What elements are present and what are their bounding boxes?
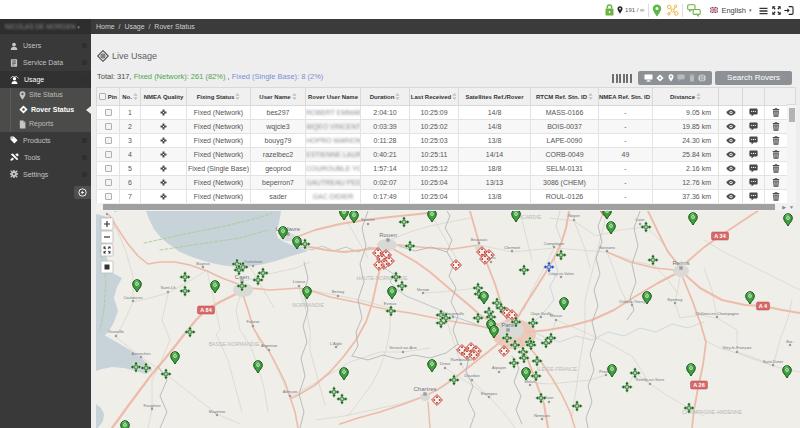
svg-text:Rouen: Rouen [379,232,397,238]
svg-text:Soissons: Soissons [599,245,615,250]
svg-text:Vitry-le-François: Vitry-le-François [722,345,751,350]
svg-text:Nemours: Nemours [534,413,550,418]
svg-text:Claye-Souilly: Claye-Souilly [531,312,552,316]
svg-text:Saint-Lô: Saint-Lô [161,285,177,290]
svg-text:Crépy-en-Valois: Crépy-en-Valois [548,272,574,276]
svg-text:A 84: A 84 [200,307,212,313]
svg-text:Coutances: Coutances [123,295,142,300]
svg-text:Epernay: Epernay [668,297,683,302]
svg-text:Lisieux: Lisieux [293,279,305,284]
svg-text:Avranches: Avranches [132,351,151,356]
svg-text:Château-Thierry: Château-Thierry [619,300,645,304]
svg-text:CHAMPAGNE-ARDENNE: CHAMPAGNE-ARDENNE [682,409,743,415]
svg-text:Mayenne: Mayenne [209,409,226,414]
svg-text:Falaise: Falaise [247,319,261,324]
svg-text:Caen: Caen [235,274,249,280]
svg-text:NORMANDIE: NORMANDIE [292,302,324,308]
svg-text:Ouistreham: Ouistreham [244,260,263,264]
svg-text:Bernay: Bernay [332,289,345,294]
svg-text:Chartres: Chartres [413,386,436,392]
svg-text:Bar-: Bar- [786,339,794,344]
svg-text:Romilly-sur-Seine: Romilly-sur-Seine [636,378,664,382]
svg-text:Arpajon: Arpajon [492,365,506,370]
svg-text:A 26: A 26 [693,382,704,388]
svg-text:Laon: Laon [636,217,645,222]
svg-text:Compiègne: Compiègne [544,241,565,246]
svg-text:Châlons-en-Champagne: Châlons-en-Champagne [695,311,739,316]
svg-text:Saint-Dizier: Saint-Dizier [763,359,784,364]
svg-text:Dourdan: Dourdan [464,373,479,378]
svg-text:Meaux: Meaux [550,313,562,318]
svg-text:L'Aigle: L'Aigle [330,341,343,346]
svg-text:Cherbourg: Cherbourg [98,211,117,212]
svg-text:Dreux: Dreux [440,361,451,366]
svg-text:Granville: Granville [108,329,125,334]
svg-text:Alençon: Alençon [283,389,297,394]
svg-text:Noyon: Noyon [568,213,580,218]
svg-text:BASSE-NORMANDIE: BASSE-NORMANDIE [209,341,260,347]
svg-text:A 4: A 4 [759,303,768,309]
svg-text:Verneuil-sur-Avre: Verneuil-sur-Avre [389,346,417,350]
svg-text:Etampes: Etampes [481,391,497,396]
svg-text:ILE-DE-FRANCE: ILE-DE-FRANCE [537,366,577,372]
svg-text:A 34: A 34 [714,233,726,239]
svg-text:Bayeux: Bayeux [196,261,209,266]
svg-text:Argentan: Argentan [261,343,277,348]
svg-text:Clermont: Clermont [504,245,521,250]
svg-text:Beauvais: Beauvais [471,237,487,242]
svg-text:Reims: Reims [672,260,689,266]
svg-text:Vernon: Vernon [417,287,430,292]
svg-text:Fougères: Fougères [144,403,161,408]
svg-text:Barentin: Barentin [361,218,374,222]
svg-text:Evreux: Evreux [384,301,396,306]
